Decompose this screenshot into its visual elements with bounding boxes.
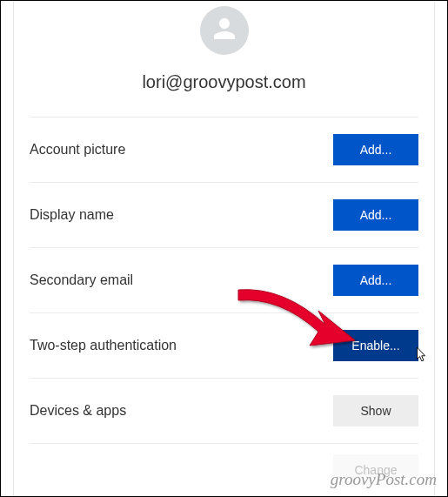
enable-two-step-button[interactable]: Enable... — [333, 330, 418, 361]
row-label: Secondary email — [30, 272, 133, 288]
row-label: Account picture — [30, 142, 125, 158]
person-icon — [209, 13, 240, 48]
row-label: Two-step authentication — [30, 338, 177, 353]
row-secondary-email: Secondary email Add... — [30, 247, 418, 312]
row-display-name: Display name Add... — [30, 182, 418, 247]
settings-list: Account picture Add... Display name Add.… — [14, 117, 434, 478]
avatar-placeholder — [200, 6, 249, 55]
add-secondary-email-button[interactable]: Add... — [333, 265, 418, 296]
row-devices-apps: Devices & apps Show — [30, 378, 418, 443]
account-email: lori@groovypost.com — [14, 72, 434, 92]
row-label: Display name — [30, 207, 114, 223]
show-devices-button[interactable]: Show — [333, 395, 418, 426]
row-two-step-auth: Two-step authentication Enable... — [30, 312, 418, 378]
add-display-name-button[interactable]: Add... — [333, 199, 418, 231]
row-label: Devices & apps — [30, 403, 126, 419]
watermark-text: groovyPost.com — [331, 470, 437, 489]
row-account-picture: Account picture Add... — [30, 117, 418, 182]
add-account-picture-button[interactable]: Add... — [333, 134, 418, 165]
account-header: lori@groovypost.com — [14, 1, 434, 117]
